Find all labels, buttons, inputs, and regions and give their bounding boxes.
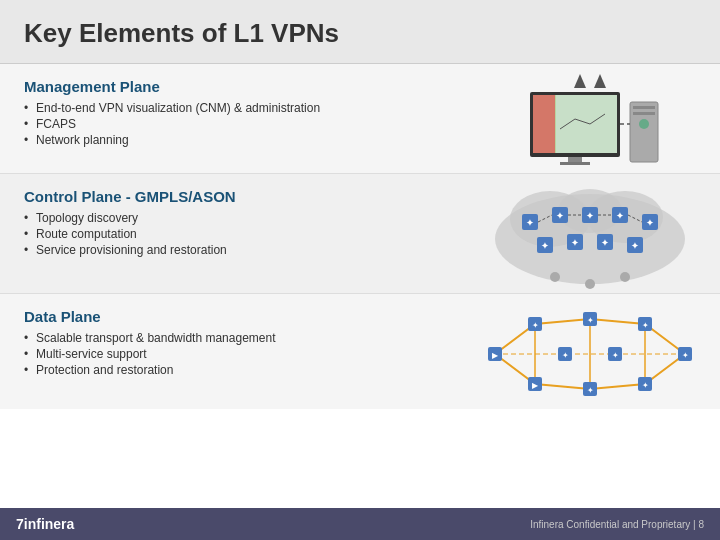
- node-label: ✦: [616, 211, 624, 221]
- node-sym: ✦: [587, 316, 594, 325]
- data-text: Data Plane Scalable transport & bandwidt…: [24, 308, 404, 379]
- management-list: End-to-end VPN visualization (CNM) & adm…: [24, 101, 404, 147]
- footer-legal: Infinera Confidential and Proprietary | …: [530, 519, 704, 530]
- control-visual: ✦ ✦ ✦ ✦ ✦ ✦ ✦ ✦ ✦: [480, 179, 700, 298]
- node-sym: ✦: [642, 381, 649, 390]
- control-svg: ✦ ✦ ✦ ✦ ✦ ✦ ✦ ✦ ✦: [480, 179, 700, 294]
- node-label: ✦: [586, 211, 594, 221]
- list-item: FCAPS: [24, 117, 404, 131]
- management-text: Management Plane End-to-end VPN visualiz…: [24, 78, 404, 149]
- footer: 7infinera Infinera Confidential and Prop…: [0, 508, 720, 540]
- node-sym: ✦: [612, 351, 619, 360]
- screen-col1: [533, 95, 555, 153]
- small-node1: [550, 272, 560, 282]
- node-label: ✦: [601, 238, 609, 248]
- content-area: Management Plane End-to-end VPN visualiz…: [0, 64, 720, 540]
- node-sym: ✦: [642, 321, 649, 330]
- management-section: Management Plane End-to-end VPN visualiz…: [0, 64, 720, 174]
- node-label: ✦: [556, 211, 564, 221]
- list-item: Route computation: [24, 227, 404, 241]
- node-sym: ✦: [562, 351, 569, 360]
- list-item: End-to-end VPN visualization (CNM) & adm…: [24, 101, 404, 115]
- node-sym: ✦: [682, 351, 689, 360]
- node-label: ✦: [571, 238, 579, 248]
- control-title: Control Plane - GMPLS/ASON: [24, 188, 404, 205]
- arrow-up-right-icon: [594, 74, 606, 88]
- control-list: Topology discovery Route computation Ser…: [24, 211, 404, 257]
- data-visual: ▶ ✦ ✦ ✦ ✦ ▶ ✦ ✦ ✦ ✦: [480, 299, 700, 413]
- tower-disc: [639, 119, 649, 129]
- title-bar: Key Elements of L1 VPNs: [0, 0, 720, 64]
- tower-slot2: [633, 112, 655, 115]
- management-svg: [500, 74, 690, 169]
- screen-map: [556, 95, 617, 153]
- management-visual: [500, 74, 690, 173]
- data-list: Scalable transport & bandwidth managemen…: [24, 331, 404, 377]
- control-section: Control Plane - GMPLS/ASON Topology disc…: [0, 174, 720, 294]
- monitor-stand: [568, 157, 582, 162]
- management-title: Management Plane: [24, 78, 404, 95]
- node-label: ✦: [646, 218, 654, 228]
- tower-slot1: [633, 106, 655, 109]
- small-node3: [620, 272, 630, 282]
- node-sym: ▶: [532, 381, 539, 390]
- arrow-up-left-icon: [574, 74, 586, 88]
- small-node2: [585, 279, 595, 289]
- node-label: ✦: [541, 241, 549, 251]
- monitor-base: [560, 162, 590, 165]
- list-item: Multi-service support: [24, 347, 404, 361]
- list-item: Network planning: [24, 133, 404, 147]
- computer-tower: [630, 102, 658, 162]
- list-item: Scalable transport & bandwidth managemen…: [24, 331, 404, 345]
- footer-logo: 7infinera: [16, 516, 74, 532]
- node-label: ✦: [631, 241, 639, 251]
- data-svg: ▶ ✦ ✦ ✦ ✦ ▶ ✦ ✦ ✦ ✦: [480, 299, 700, 409]
- list-item: Service provisioning and restoration: [24, 243, 404, 257]
- list-item: Protection and restoration: [24, 363, 404, 377]
- node-sym: ▶: [492, 351, 499, 360]
- node-sym: ✦: [532, 321, 539, 330]
- control-text: Control Plane - GMPLS/ASON Topology disc…: [24, 188, 404, 259]
- data-section: Data Plane Scalable transport & bandwidt…: [0, 294, 720, 409]
- data-title: Data Plane: [24, 308, 404, 325]
- node-sym: ✦: [587, 386, 594, 395]
- list-item: Topology discovery: [24, 211, 404, 225]
- page-title: Key Elements of L1 VPNs: [24, 18, 696, 49]
- node-label: ✦: [526, 218, 534, 228]
